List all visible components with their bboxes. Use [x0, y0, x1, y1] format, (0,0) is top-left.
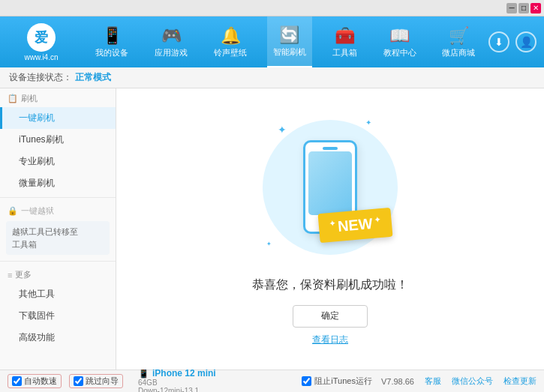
sidebar-item-pro-flash[interactable]: 专业刷机: [0, 151, 116, 172]
flash-section-label: 📋 刷机: [0, 88, 116, 107]
nav-ringtone-label: 铃声壁纸: [214, 47, 247, 58]
header: 爱 www.i4.cn 📱 我的设备 🎮 应用游戏 🔔 铃声壁纸 🔄 智能刷机 …: [0, 16, 544, 67]
divider-2: [0, 261, 116, 262]
flash-section-icon: 📋: [8, 94, 18, 103]
download-button[interactable]: ⬇: [488, 31, 509, 52]
nav-toolbox[interactable]: 🧰 工具箱: [326, 16, 363, 67]
lock-icon: 🔒: [8, 206, 18, 216]
toolbox-icon: 🧰: [335, 26, 355, 46]
stop-itunes-label: 阻止iTunes运行: [314, 376, 372, 387]
divider-1: [0, 197, 116, 198]
minimize-button[interactable]: ─: [506, 3, 517, 13]
ringtone-icon: 🔔: [221, 26, 241, 46]
title-bar: ─ □ ✕: [0, 0, 544, 16]
wechat-public-link[interactable]: 微信公众号: [452, 376, 493, 387]
phone-speaker: [323, 147, 338, 150]
sparkle-1: ✦: [278, 124, 287, 136]
smart-flash-icon: 🔄: [279, 25, 299, 45]
header-right: ⬇ 👤: [488, 31, 544, 52]
bottom-right: V7.98.66 客服 微信公众号 检查更新: [381, 376, 536, 387]
bottom-left: 自动数速 跳过向导 📱 iPhone 12 mini 64GB Down-12m…: [8, 368, 293, 393]
sparkle-3: ✦: [266, 241, 272, 247]
status-value: 正常模式: [75, 71, 111, 84]
skip-wizard-checkbox[interactable]: 跳过向导: [69, 374, 123, 388]
nav-weidian[interactable]: 🛒 微店商城: [436, 16, 481, 67]
nav-bar: 📱 我的设备 🎮 应用游戏 🔔 铃声壁纸 🔄 智能刷机 🧰 工具箱 📖 教程中心…: [83, 16, 488, 67]
skip-wizard-label: 跳过向导: [86, 376, 119, 387]
phone-screen: [308, 151, 352, 215]
logo-site: www.i4.cn: [24, 53, 58, 61]
flash-section-text: 刷机: [21, 93, 38, 104]
device-storage: 64GB: [138, 379, 216, 387]
user-button[interactable]: 👤: [515, 31, 536, 52]
nav-my-device-label: 我的设备: [95, 47, 128, 58]
maximize-button[interactable]: □: [518, 3, 529, 13]
nav-my-device[interactable]: 📱 我的设备: [89, 16, 134, 67]
nav-ringtone[interactable]: 🔔 铃声壁纸: [208, 16, 253, 67]
status-label: 设备连接状态：: [9, 71, 72, 84]
nav-weidian-label: 微店商城: [442, 47, 475, 58]
nav-smart-flash[interactable]: 🔄 智能刷机: [267, 16, 312, 67]
logo-icon: 爱: [27, 23, 56, 52]
nav-toolbox-label: 工具箱: [332, 47, 357, 58]
close-button[interactable]: ✕: [530, 3, 541, 13]
nav-tutorials-label: 教程中心: [383, 47, 416, 58]
tutorials-icon: 📖: [389, 26, 410, 46]
check-update-link[interactable]: 检查更新: [503, 376, 536, 387]
auto-redirect-label: 自动数速: [24, 376, 57, 387]
stop-itunes-area: 阻止iTunes运行: [302, 376, 372, 387]
more-icon: ≡: [8, 271, 12, 280]
sidebar-item-advanced-func[interactable]: 高级功能: [0, 327, 116, 349]
jailbreak-notice: 越狱工具已转移至 工具箱: [6, 221, 110, 255]
auto-redirect-input[interactable]: [12, 376, 22, 386]
sidebar-item-download-firmware[interactable]: 下载固件: [0, 305, 116, 327]
sidebar-item-one-click-flash[interactable]: 一键刷机: [0, 107, 116, 129]
phone-illustration: ✦ ✦ ✦ NEW: [255, 112, 405, 262]
device-info: 📱 iPhone 12 mini 64GB Down-12mini-13.1: [138, 368, 216, 393]
sidebar-item-other-tools[interactable]: 其他工具: [0, 283, 116, 305]
status-bar: 设备连接状态： 正常模式: [0, 67, 544, 88]
sidebar-item-micro-flash[interactable]: 微量刷机: [0, 172, 116, 194]
main-layout: 📋 刷机 一键刷机 iTunes刷机 专业刷机 微量刷机 🔒 一键越狱 越狱工具…: [0, 88, 544, 370]
sparkle-2: ✦: [365, 118, 371, 127]
nav-smart-flash-label: 智能刷机: [273, 46, 306, 58]
nav-apps-games-label: 应用游戏: [155, 47, 188, 58]
version-label: V7.98.66: [381, 377, 414, 386]
logo-area: 爱 www.i4.cn: [0, 19, 83, 66]
nav-tutorials[interactable]: 📖 教程中心: [377, 16, 422, 67]
more-section-label: ≡ 更多: [0, 265, 116, 283]
sidebar-item-itunes-flash[interactable]: iTunes刷机: [0, 129, 116, 151]
auto-redirect-checkbox[interactable]: 自动数速: [8, 374, 62, 388]
bottom-bar: 自动数速 跳过向导 📱 iPhone 12 mini 64GB Down-12m…: [0, 370, 544, 392]
device-firmware: Down-12mini-13.1: [138, 387, 216, 393]
apps-games-icon: 🎮: [161, 26, 182, 46]
new-badge: NEW: [318, 207, 393, 242]
nav-apps-games[interactable]: 🎮 应用游戏: [149, 16, 194, 67]
stop-itunes-checkbox[interactable]: [302, 376, 311, 386]
weidian-icon: 🛒: [449, 26, 469, 46]
sidebar: 📋 刷机 一键刷机 iTunes刷机 专业刷机 微量刷机 🔒 一键越狱 越狱工具…: [0, 88, 116, 370]
skip-wizard-input[interactable]: [74, 376, 83, 386]
confirm-button[interactable]: 确定: [293, 305, 368, 328]
success-text: 恭喜您，保资料刷机成功啦！: [252, 277, 408, 293]
content-area: ✦ ✦ ✦ NEW 恭喜您，保资料刷机成功啦！ 确定 查看日志: [116, 88, 544, 370]
my-device-icon: 📱: [102, 26, 122, 46]
customer-service-link[interactable]: 客服: [425, 376, 441, 387]
go-back-link[interactable]: 查看日志: [312, 334, 348, 346]
jailbreak-section-label: 🔒 一键越狱: [0, 201, 116, 218]
